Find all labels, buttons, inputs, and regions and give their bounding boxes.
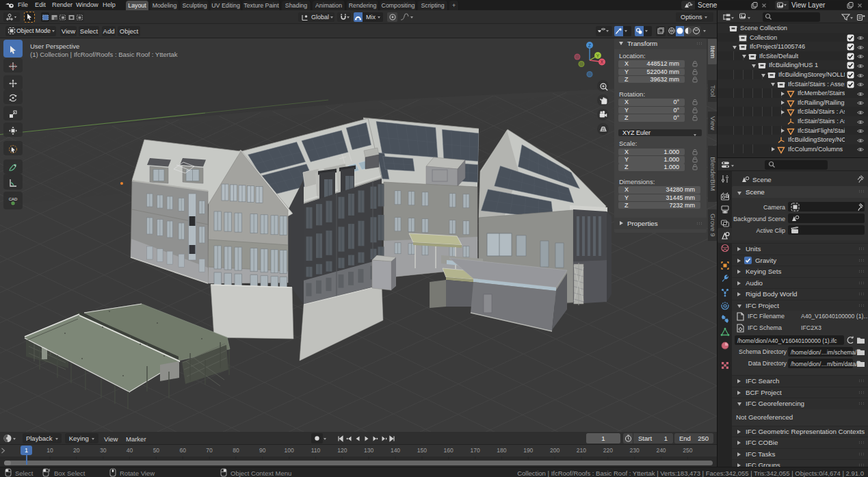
svg-text:CAD: CAD: [9, 197, 18, 201]
svg-text:X: X: [601, 60, 604, 64]
svg-text:Z: Z: [588, 43, 591, 48]
svg-text:Y: Y: [596, 53, 600, 58]
